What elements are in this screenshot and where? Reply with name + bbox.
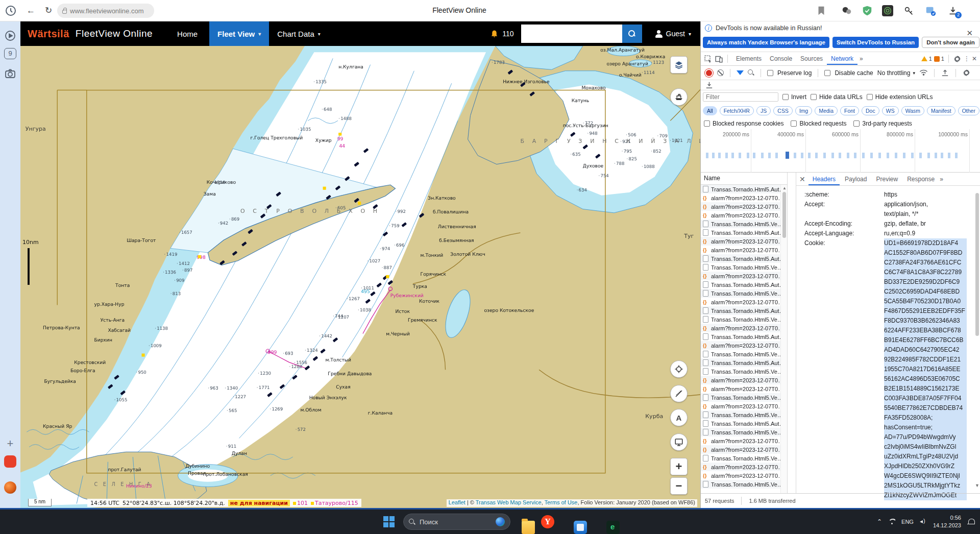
details-tab[interactable]: Preview xyxy=(872,173,902,185)
request-row[interactable]: Transas.Tornado.Html5.Vess… xyxy=(701,350,787,358)
request-type-chip[interactable]: Img xyxy=(795,106,813,115)
request-row[interactable]: Transas.Tornado.Html5.Auth… xyxy=(701,419,787,428)
request-row[interactable]: Transas.Tornado.Html5.Auth… xyxy=(701,332,787,341)
issues-badge[interactable]: 1 xyxy=(934,56,944,62)
network-overview-timeline[interactable]: 200000 ms400000 ms600000 ms800000 ms1000… xyxy=(701,129,980,173)
devtools-tab[interactable]: Network xyxy=(827,53,857,65)
header-value[interactable]: text/plain, */* xyxy=(884,209,967,219)
dont-show-again-button[interactable]: Don't show again xyxy=(922,37,979,48)
request-row[interactable]: Transas.Tornado.Html5.Auth… xyxy=(701,280,787,289)
taskbar-search[interactable]: Поиск xyxy=(403,514,510,530)
header-value[interactable]: AD4DAD60C6427905EC42 xyxy=(884,345,967,355)
request-row[interactable]: Transas.Tornado.Html5.Vess… xyxy=(701,220,787,228)
header-value[interactable]: W4gcDE6SWQ9II9iZTE0Njl xyxy=(884,471,967,481)
warnings-badge[interactable]: 1 xyxy=(921,56,932,62)
notification-bell-icon[interactable] xyxy=(967,518,975,526)
import-har-icon[interactable] xyxy=(941,68,949,77)
language-indicator[interactable]: ENG xyxy=(901,519,914,525)
request-type-chip[interactable]: All xyxy=(703,106,717,115)
network-settings-gear-icon[interactable] xyxy=(962,68,971,77)
reload-button[interactable]: ↻ xyxy=(45,6,52,15)
header-value[interactable]: C2738FA24F3766AE61CFC xyxy=(884,258,967,268)
disable-cache-checkbox[interactable] xyxy=(824,70,830,76)
header-value[interactable]: AC1552F80AB6D07F9F8BD xyxy=(884,248,967,258)
request-type-chip[interactable]: WS xyxy=(882,106,899,115)
request-row[interactable]: alarm?from=2023-12-07T00… xyxy=(701,202,787,211)
request-type-chip[interactable]: Media xyxy=(815,106,838,115)
network-filter-input[interactable] xyxy=(703,92,778,102)
request-row[interactable]: Transas.Tornado.Html5.Auth… xyxy=(701,306,787,315)
kebab-menu-icon[interactable]: ⋮ xyxy=(964,55,970,62)
match-language-button[interactable]: Always match Yandex Browser's language xyxy=(703,37,829,48)
request-row[interactable]: Transas.Tornado.Html5.Vess… xyxy=(701,315,787,324)
preserve-log-checkbox[interactable] xyxy=(767,70,773,76)
request-row[interactable]: alarm?from=2023-12-07T00… xyxy=(701,237,787,246)
file-explorer-icon[interactable] xyxy=(522,521,535,534)
zoom-in-button[interactable]: + xyxy=(670,458,688,475)
bookmark-icon[interactable] xyxy=(816,5,827,16)
devtools-tab[interactable]: Console xyxy=(766,53,796,65)
history-icon[interactable] xyxy=(5,5,17,17)
network-icon[interactable] xyxy=(888,519,895,525)
back-button[interactable]: ← xyxy=(27,6,35,15)
request-row[interactable]: alarm?from=2023-12-07T00… xyxy=(701,402,787,410)
request-row[interactable]: alarm?from=2023-12-07T00… xyxy=(701,272,787,280)
blocked-filter[interactable]: Blocked response cookies xyxy=(704,120,783,127)
tray-overflow-icon[interactable]: ⌃ xyxy=(877,518,882,525)
request-type-chip[interactable]: Font xyxy=(840,106,859,115)
request-row[interactable]: alarm?from=2023-12-07T00… xyxy=(701,246,787,254)
header-value[interactable]: FA35FD528008A; xyxy=(884,413,967,423)
header-value[interactable]: gzip, deflate, br xyxy=(884,219,967,229)
green-app-icon[interactable] xyxy=(606,521,620,534)
search-network-icon[interactable] xyxy=(748,69,754,76)
request-row[interactable]: Transas.Tornado.Html5.Auth… xyxy=(701,358,787,367)
product-logo[interactable]: FleetView Online xyxy=(76,28,153,39)
terms-link[interactable]: Terms of Use xyxy=(545,499,578,505)
wartsila-logo[interactable]: Wärtsilä xyxy=(28,28,69,40)
settings-gear-icon[interactable] xyxy=(953,55,962,63)
header-value[interactable]: B91E4E6278FF6BC7BCC6B xyxy=(884,335,967,345)
request-row[interactable]: alarm?from=2023-12-07T00… xyxy=(701,471,787,480)
header-value[interactable]: 6224AFF233EBA38BCF678 xyxy=(884,326,967,335)
devtools-close-icon[interactable]: ✕ xyxy=(972,55,977,62)
request-row[interactable]: alarm?from=2023-12-07T00… xyxy=(701,376,787,384)
header-value[interactable]: 5CA55B4F705230D17B0A0 xyxy=(884,297,967,306)
nav-item[interactable]: Home xyxy=(169,21,209,46)
screen-view-button[interactable] xyxy=(670,433,688,451)
dark-extension-icon[interactable] xyxy=(882,5,893,16)
header-value[interactable]: AD=77u/PD94bWwgdmVy xyxy=(884,432,967,442)
devtools-tab[interactable]: Sources xyxy=(796,53,827,65)
request-row[interactable]: alarm?from=2023-12-07T00… xyxy=(701,463,787,471)
leaflet-link[interactable]: Leaflet xyxy=(449,499,465,505)
request-type-chip[interactable]: JS xyxy=(756,106,771,115)
clear-network-icon[interactable] xyxy=(717,69,724,76)
header-value[interactable]: 2MS1kOGU5LTRkMjgtYTkz xyxy=(884,481,967,491)
adguard-shield-icon[interactable] xyxy=(862,5,873,16)
locate-button[interactable] xyxy=(670,360,688,378)
header-value[interactable]: https xyxy=(884,190,967,200)
blocked-filter[interactable]: Blocked requests xyxy=(791,120,846,127)
request-row[interactable]: alarm?from=2023-12-07T00… xyxy=(701,298,787,306)
sidebar-sphere-app-icon[interactable] xyxy=(4,481,16,494)
request-row[interactable]: Transas.Tornado.Html5.Vess… xyxy=(701,289,787,298)
inspect-element-icon[interactable] xyxy=(704,55,713,63)
request-row[interactable]: Transas.Tornado.Html5.Vess… xyxy=(701,367,787,376)
search-button[interactable] xyxy=(622,25,642,43)
header-value[interactable]: hasConsent=true; xyxy=(884,423,967,432)
transas-link[interactable]: Transas Web Map Service xyxy=(476,499,542,505)
tab-counter-badge[interactable]: 9 xyxy=(4,48,16,59)
screenshot-camera-icon[interactable] xyxy=(4,67,16,80)
request-row[interactable]: Transas.Tornado.Html5.Vess… xyxy=(701,410,787,419)
request-row[interactable]: Transas.Tornado.Html5.Auth… xyxy=(701,254,787,263)
fleet-ship-button[interactable] xyxy=(670,88,688,106)
header-value[interactable]: c2Ivbj0iMS4wIiBlbmNvZGl xyxy=(884,442,967,452)
header-value[interactable]: 5540BE77862E7CDBDEB74 xyxy=(884,403,967,413)
header-value[interactable]: C6C74F8A1C8A3F8C22789 xyxy=(884,268,967,277)
header-value[interactable]: F4867D55291EEB2EDFF35F xyxy=(884,306,967,316)
nav-item[interactable]: Fleet View ▾ xyxy=(209,21,269,46)
network-conditions-icon[interactable] xyxy=(919,68,928,77)
devtools-tab[interactable]: Elements xyxy=(732,53,766,65)
nav-item[interactable]: Chart Data ▾ xyxy=(269,21,329,46)
zoom-out-button[interactable]: − xyxy=(670,477,688,495)
volume-icon[interactable] xyxy=(920,519,927,525)
